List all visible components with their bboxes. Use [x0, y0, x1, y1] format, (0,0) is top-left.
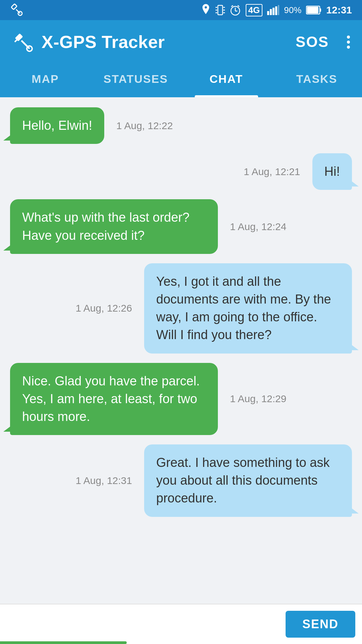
status-right: 4G 90% 12:31 — [201, 4, 352, 16]
vibrate-icon — [216, 4, 225, 16]
svg-line-24 — [21, 41, 29, 49]
app-title: X-GPS Tracker — [42, 32, 288, 52]
message-time-2: 1 Aug, 12:24 — [230, 221, 287, 232]
svg-rect-0 — [11, 4, 17, 10]
svg-rect-19 — [278, 5, 279, 15]
svg-rect-15 — [267, 11, 269, 15]
message-time-5: 1 Aug, 12:31 — [76, 475, 132, 486]
svg-rect-21 — [320, 8, 321, 12]
network-badge: 4G — [246, 4, 263, 16]
svg-rect-16 — [270, 9, 272, 15]
chat-area: Hello, Elwin!1 Aug, 12:22Hi!1 Aug, 12:21… — [0, 97, 362, 604]
message-time-0: 1 Aug, 12:22 — [116, 120, 173, 131]
signal-icon — [267, 5, 279, 15]
message-time-1: 1 Aug, 12:21 — [244, 166, 300, 177]
more-menu-button[interactable] — [347, 36, 350, 49]
message-bubble-0: Hello, Elwin! — [10, 107, 104, 144]
app-bar: X-GPS Tracker SOS — [0, 20, 362, 64]
message-row-0: Hello, Elwin!1 Aug, 12:22 — [10, 107, 352, 144]
satellite-icon — [10, 3, 23, 17]
message-input[interactable] — [7, 611, 280, 638]
status-bar: 4G 90% 12:31 — [0, 0, 362, 20]
app-logo-icon — [12, 31, 34, 53]
tab-statuses[interactable]: STATUSES — [90, 64, 181, 97]
svg-rect-3 — [218, 5, 223, 15]
message-time-4: 1 Aug, 12:29 — [230, 393, 287, 405]
tab-bar: MAP STATUSES CHAT TASKS — [0, 64, 362, 97]
sos-button[interactable]: SOS — [296, 34, 329, 50]
message-bubble-3: Yes, I got it and all the documents are … — [144, 263, 352, 354]
battery-icon — [306, 6, 321, 14]
message-row-1: Hi!1 Aug, 12:21 — [10, 153, 352, 190]
status-time: 12:31 — [326, 4, 352, 16]
message-row-3: Yes, I got it and all the documents are … — [10, 263, 352, 354]
message-bubble-4: Nice. Glad you have the parcel. Yes, I a… — [10, 363, 218, 435]
svg-rect-18 — [275, 6, 277, 15]
tab-chat[interactable]: CHAT — [181, 64, 272, 97]
battery-percent: 90% — [284, 5, 301, 15]
svg-rect-22 — [307, 7, 318, 13]
location-icon — [201, 4, 211, 16]
message-row-5: Great. I have something to ask you about… — [10, 444, 352, 517]
tab-map[interactable]: MAP — [0, 64, 90, 97]
message-bubble-1: Hi! — [312, 153, 352, 190]
input-bar: SEND — [0, 604, 362, 644]
message-time-3: 1 Aug, 12:26 — [76, 303, 132, 314]
message-row-4: Nice. Glad you have the parcel. Yes, I a… — [10, 363, 352, 435]
svg-line-14 — [238, 5, 239, 7]
send-button[interactable]: SEND — [286, 611, 355, 638]
message-row-2: What's up with the last order? Have you … — [10, 199, 352, 254]
svg-rect-17 — [273, 8, 275, 15]
message-bubble-5: Great. I have something to ask you about… — [144, 444, 352, 517]
status-left — [10, 3, 23, 17]
alarm-icon — [230, 4, 241, 16]
bottom-progress-bar — [0, 641, 127, 644]
message-bubble-2: What's up with the last order? Have you … — [10, 199, 218, 254]
svg-line-13 — [231, 5, 233, 7]
tab-tasks[interactable]: TASKS — [272, 64, 362, 97]
